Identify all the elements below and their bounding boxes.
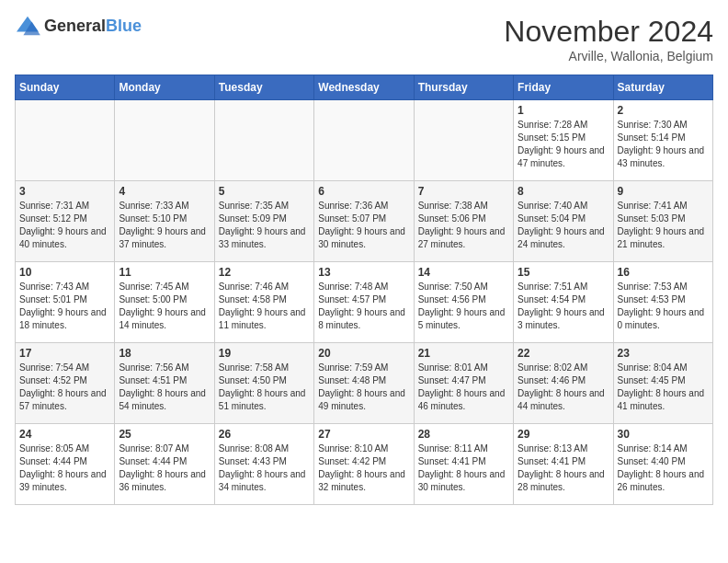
day-number: 10	[19, 266, 110, 279]
weekday-header-wednesday: Wednesday	[314, 75, 414, 100]
weekday-header-thursday: Thursday	[414, 75, 513, 100]
day-number: 6	[318, 185, 409, 198]
day-number: 27	[318, 428, 409, 441]
table-cell: 3Sunrise: 7:31 AMSunset: 5:12 PMDaylight…	[16, 181, 115, 262]
table-cell: 14Sunrise: 7:50 AMSunset: 4:56 PMDayligh…	[414, 262, 513, 343]
logo-icon	[15, 15, 40, 37]
day-info: Sunrise: 7:40 AMSunset: 5:04 PMDaylight:…	[518, 200, 609, 251]
day-number: 19	[219, 347, 310, 360]
day-number: 20	[318, 347, 409, 360]
week-row-4: 17Sunrise: 7:54 AMSunset: 4:52 PMDayligh…	[16, 343, 713, 424]
table-cell	[214, 100, 313, 181]
day-number: 29	[518, 428, 609, 441]
table-cell: 6Sunrise: 7:36 AMSunset: 5:07 PMDaylight…	[314, 181, 414, 262]
location-title: Arville, Wallonia, Belgium	[504, 49, 713, 63]
day-number: 26	[219, 428, 310, 441]
table-cell: 10Sunrise: 7:43 AMSunset: 5:01 PMDayligh…	[16, 262, 115, 343]
week-row-3: 10Sunrise: 7:43 AMSunset: 5:01 PMDayligh…	[16, 262, 713, 343]
day-info: Sunrise: 7:48 AMSunset: 4:57 PMDaylight:…	[318, 281, 409, 332]
table-cell: 18Sunrise: 7:56 AMSunset: 4:51 PMDayligh…	[115, 343, 214, 424]
day-info: Sunrise: 7:56 AMSunset: 4:51 PMDaylight:…	[119, 362, 210, 413]
week-row-1: 1Sunrise: 7:28 AMSunset: 5:15 PMDaylight…	[16, 100, 713, 181]
day-info: Sunrise: 8:01 AMSunset: 4:47 PMDaylight:…	[418, 362, 509, 413]
day-number: 30	[618, 428, 709, 441]
logo: GeneralBlue	[15, 15, 142, 37]
table-cell	[314, 100, 414, 181]
day-number: 14	[418, 266, 509, 279]
table-cell: 16Sunrise: 7:53 AMSunset: 4:53 PMDayligh…	[613, 262, 712, 343]
day-info: Sunrise: 8:14 AMSunset: 4:40 PMDaylight:…	[618, 442, 709, 494]
day-info: Sunrise: 8:10 AMSunset: 4:42 PMDaylight:…	[318, 442, 409, 494]
weekday-header-monday: Monday	[115, 75, 214, 100]
weekday-header-row: SundayMondayTuesdayWednesdayThursdayFrid…	[16, 75, 713, 100]
day-info: Sunrise: 8:02 AMSunset: 4:46 PMDaylight:…	[518, 362, 609, 413]
table-cell: 20Sunrise: 7:59 AMSunset: 4:48 PMDayligh…	[314, 343, 414, 424]
weekday-header-saturday: Saturday	[613, 75, 712, 100]
calendar-table: SundayMondayTuesdayWednesdayThursdayFrid…	[15, 75, 713, 505]
day-number: 7	[418, 185, 509, 198]
day-info: Sunrise: 7:33 AMSunset: 5:10 PMDaylight:…	[119, 200, 210, 251]
day-info: Sunrise: 7:43 AMSunset: 5:01 PMDaylight:…	[19, 281, 110, 332]
table-cell: 25Sunrise: 8:07 AMSunset: 4:44 PMDayligh…	[115, 424, 214, 505]
day-number: 18	[119, 347, 210, 360]
day-info: Sunrise: 8:08 AMSunset: 4:43 PMDaylight:…	[219, 442, 310, 494]
day-number: 17	[19, 347, 110, 360]
table-cell: 24Sunrise: 8:05 AMSunset: 4:44 PMDayligh…	[16, 424, 115, 505]
table-cell: 8Sunrise: 7:40 AMSunset: 5:04 PMDaylight…	[514, 181, 613, 262]
weekday-header-friday: Friday	[514, 75, 613, 100]
day-number: 1	[518, 104, 609, 117]
table-cell: 28Sunrise: 8:11 AMSunset: 4:41 PMDayligh…	[414, 424, 513, 505]
weekday-header-sunday: Sunday	[16, 75, 115, 100]
logo-general: General	[44, 17, 106, 35]
day-number: 9	[618, 185, 709, 198]
table-cell: 26Sunrise: 8:08 AMSunset: 4:43 PMDayligh…	[214, 424, 313, 505]
day-info: Sunrise: 8:07 AMSunset: 4:44 PMDaylight:…	[119, 442, 210, 494]
day-number: 21	[418, 347, 509, 360]
logo-blue: Blue	[106, 17, 142, 35]
day-info: Sunrise: 7:28 AMSunset: 5:15 PMDaylight:…	[518, 119, 609, 170]
day-number: 13	[318, 266, 409, 279]
day-info: Sunrise: 7:58 AMSunset: 4:50 PMDaylight:…	[219, 362, 310, 413]
day-number: 5	[219, 185, 310, 198]
table-cell: 23Sunrise: 8:04 AMSunset: 4:45 PMDayligh…	[613, 343, 712, 424]
day-info: Sunrise: 7:35 AMSunset: 5:09 PMDaylight:…	[219, 200, 310, 251]
week-row-2: 3Sunrise: 7:31 AMSunset: 5:12 PMDaylight…	[16, 181, 713, 262]
table-cell: 1Sunrise: 7:28 AMSunset: 5:15 PMDaylight…	[514, 100, 613, 181]
day-number: 24	[19, 428, 110, 441]
title-area: November 2024 Arville, Wallonia, Belgium	[504, 15, 713, 63]
day-number: 15	[518, 266, 609, 279]
day-number: 25	[119, 428, 210, 441]
day-info: Sunrise: 8:04 AMSunset: 4:45 PMDaylight:…	[618, 362, 709, 413]
table-cell: 9Sunrise: 7:41 AMSunset: 5:03 PMDaylight…	[613, 181, 712, 262]
day-info: Sunrise: 8:05 AMSunset: 4:44 PMDaylight:…	[19, 442, 110, 494]
table-cell: 19Sunrise: 7:58 AMSunset: 4:50 PMDayligh…	[214, 343, 313, 424]
day-number: 16	[618, 266, 709, 279]
day-info: Sunrise: 7:51 AMSunset: 4:54 PMDaylight:…	[518, 281, 609, 332]
table-cell: 27Sunrise: 8:10 AMSunset: 4:42 PMDayligh…	[314, 424, 414, 505]
day-number: 4	[119, 185, 210, 198]
table-cell: 30Sunrise: 8:14 AMSunset: 4:40 PMDayligh…	[613, 424, 712, 505]
table-cell: 2Sunrise: 7:30 AMSunset: 5:14 PMDaylight…	[613, 100, 712, 181]
day-number: 23	[618, 347, 709, 360]
day-info: Sunrise: 7:45 AMSunset: 5:00 PMDaylight:…	[119, 281, 210, 332]
table-cell	[414, 100, 513, 181]
day-number: 22	[518, 347, 609, 360]
day-info: Sunrise: 7:59 AMSunset: 4:48 PMDaylight:…	[318, 362, 409, 413]
day-number: 3	[19, 185, 110, 198]
day-info: Sunrise: 7:31 AMSunset: 5:12 PMDaylight:…	[19, 200, 110, 251]
day-info: Sunrise: 7:41 AMSunset: 5:03 PMDaylight:…	[618, 200, 709, 251]
day-number: 8	[518, 185, 609, 198]
day-number: 28	[418, 428, 509, 441]
day-info: Sunrise: 7:38 AMSunset: 5:06 PMDaylight:…	[418, 200, 509, 251]
day-info: Sunrise: 7:50 AMSunset: 4:56 PMDaylight:…	[418, 281, 509, 332]
table-cell	[115, 100, 214, 181]
day-info: Sunrise: 7:30 AMSunset: 5:14 PMDaylight:…	[618, 119, 709, 170]
table-cell: 5Sunrise: 7:35 AMSunset: 5:09 PMDaylight…	[214, 181, 313, 262]
table-cell: 13Sunrise: 7:48 AMSunset: 4:57 PMDayligh…	[314, 262, 414, 343]
month-title: November 2024	[504, 15, 713, 49]
table-cell: 22Sunrise: 8:02 AMSunset: 4:46 PMDayligh…	[514, 343, 613, 424]
day-info: Sunrise: 8:11 AMSunset: 4:41 PMDaylight:…	[418, 442, 509, 494]
day-number: 12	[219, 266, 310, 279]
header: GeneralBlue November 2024 Arville, Wallo…	[15, 15, 713, 63]
table-cell	[16, 100, 115, 181]
